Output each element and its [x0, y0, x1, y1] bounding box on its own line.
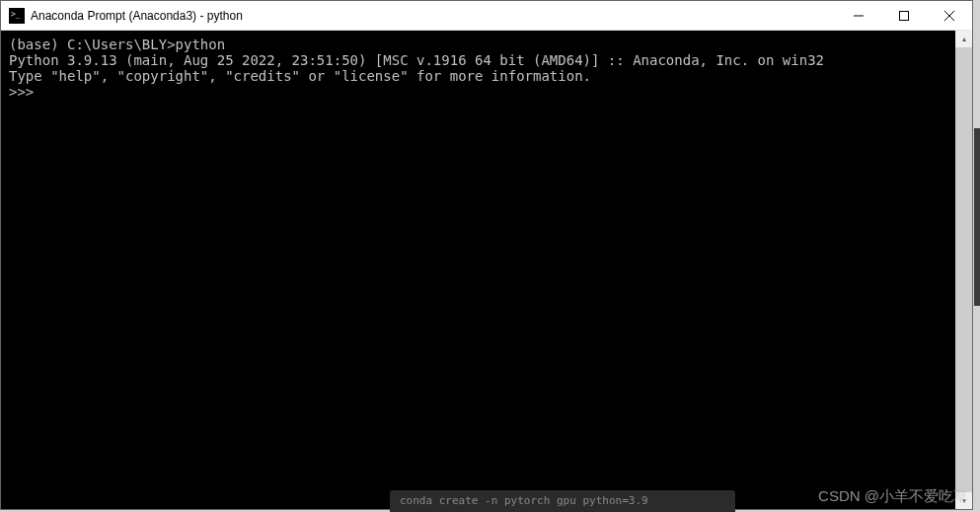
scroll-thumb[interactable]: [955, 47, 972, 492]
terminal-line: (base) C:\Users\BLY>python: [9, 37, 951, 52]
minimize-button[interactable]: [836, 1, 881, 30]
maximize-button[interactable]: [881, 1, 927, 30]
taskbar-text: conda create -n pytorch gpu python=3.9: [400, 494, 648, 507]
terminal-line: Type "help", "copyright", "credits" or "…: [9, 68, 951, 84]
scroll-up-arrow-icon[interactable]: ▴: [955, 31, 972, 47]
side-strip: [974, 128, 980, 306]
vertical-scrollbar[interactable]: ▴ ▾: [955, 31, 972, 509]
svg-rect-1: [900, 11, 909, 20]
terminal-prompt: >>>: [9, 84, 951, 100]
terminal-app-icon: [9, 8, 25, 24]
taskbar-fragment: conda create -n pytorch gpu python=3.9: [390, 490, 735, 512]
window-controls: [836, 1, 972, 30]
scroll-track[interactable]: [955, 47, 972, 492]
anaconda-prompt-window: Anaconda Prompt (Anaconda3) - python (ba…: [0, 0, 973, 510]
terminal-area: (base) C:\Users\BLY>pythonPython 3.9.13 …: [1, 31, 972, 509]
scroll-down-arrow-icon[interactable]: ▾: [955, 492, 972, 509]
terminal-output[interactable]: (base) C:\Users\BLY>pythonPython 3.9.13 …: [1, 31, 955, 509]
close-button[interactable]: [927, 1, 972, 30]
terminal-line: Python 3.9.13 (main, Aug 25 2022, 23:51:…: [9, 52, 951, 68]
window-title: Anaconda Prompt (Anaconda3) - python: [31, 9, 836, 23]
titlebar[interactable]: Anaconda Prompt (Anaconda3) - python: [1, 1, 972, 31]
